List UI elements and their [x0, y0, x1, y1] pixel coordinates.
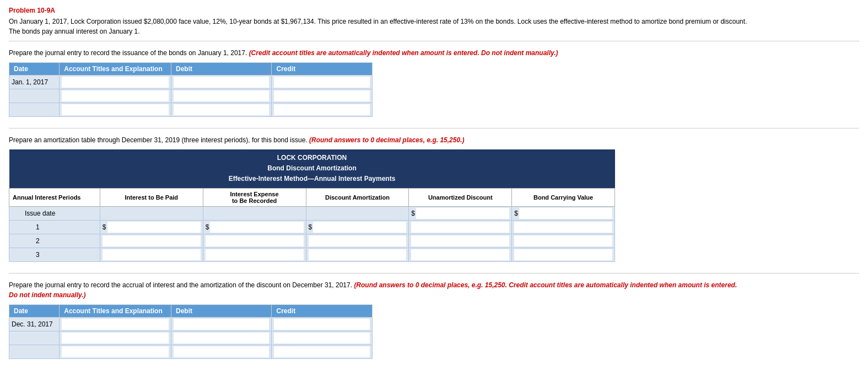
journal1-debit2-input[interactable] — [174, 90, 269, 101]
amort-row-2: 2 — [9, 234, 615, 248]
journal1-date: Jan. 1, 2017 — [9, 76, 60, 89]
col-header-debit-1: Debit — [171, 63, 272, 76]
journal1-credit1 — [272, 76, 373, 89]
amort-row-issue: Issue date $ $ — [9, 206, 615, 220]
journal1-debit2 — [171, 89, 272, 103]
journal1-row1: Jan. 1, 2017 — [9, 76, 373, 89]
journal2-debit3-input[interactable] — [174, 346, 269, 357]
journal1-date3 — [9, 103, 60, 117]
journal2-date: Dec. 31, 2017 — [9, 317, 60, 331]
section2-instruction: Prepare an amortization table through De… — [9, 135, 859, 145]
amort-exp-issue — [203, 206, 306, 220]
col-header-account-2: Account Titles and Explanation — [60, 304, 171, 317]
amort-carry-2-input[interactable] — [514, 235, 612, 246]
amort-period-issue: Issue date — [9, 206, 100, 220]
journal2-debit2-input[interactable] — [174, 333, 269, 344]
amort-row-1: 1 $ $ $ — [9, 220, 615, 234]
amort-carry-2 — [512, 234, 615, 248]
amort-amort-3-input[interactable] — [309, 249, 407, 260]
journal2-row1: Dec. 31, 2017 — [9, 317, 373, 331]
amort-paid-1: $ — [100, 220, 203, 234]
journal1-credit2-input[interactable] — [274, 90, 370, 101]
amort-unamort-issue: $ — [409, 206, 512, 220]
amort-exp-2 — [203, 234, 306, 248]
section3-instruction: Prepare the journal entry to record the … — [9, 280, 859, 300]
journal2-debit3 — [171, 345, 272, 358]
col-header-date-1: Date — [9, 63, 60, 76]
dollar-sign-amort-1: $ — [309, 223, 312, 231]
journal1-account1-input[interactable] — [62, 77, 169, 88]
journal1-debit1 — [171, 76, 272, 89]
journal2-account2-input[interactable] — [62, 333, 169, 344]
journal2-debit1-input[interactable] — [174, 319, 269, 330]
journal2-credit1-input[interactable] — [274, 319, 370, 330]
amort-amort-2 — [306, 234, 409, 248]
amort-amort-2-input[interactable] — [309, 235, 407, 246]
section1-italic: (Credit account titles are automatically… — [249, 49, 558, 57]
amort-unamort-3-input[interactable] — [411, 249, 509, 260]
col-header-credit-1: Credit — [272, 63, 373, 76]
dollar-sign-carry-issue: $ — [514, 210, 518, 217]
amort-period-1: 1 — [9, 220, 100, 234]
amort-amort-1-input[interactable] — [313, 222, 406, 233]
amort-exp-3-input[interactable] — [206, 249, 304, 260]
section3-italic2: Do not indent manually.) — [9, 291, 86, 299]
journal1-account3-input[interactable] — [62, 104, 169, 115]
amort-unamort-1 — [409, 220, 512, 234]
problem-title: Problem 10-9A — [9, 7, 859, 14]
journal2-credit2-input[interactable] — [274, 333, 370, 344]
amort-carry-3-input[interactable] — [514, 249, 612, 260]
col-header-credit-2: Credit — [272, 304, 373, 317]
journal2-account1-input[interactable] — [62, 319, 169, 330]
col-header-account-1: Account Titles and Explanation — [60, 63, 171, 76]
amort-paid-2-input[interactable] — [103, 235, 201, 246]
amort-exp-1-input[interactable] — [210, 222, 303, 233]
dollar-sign-paid-1: $ — [103, 223, 106, 231]
journal1-account2-input[interactable] — [62, 90, 169, 101]
amort-row-3: 3 — [9, 248, 615, 261]
amort-table-header: LOCK CORPORATION Bond Discount Amortizat… — [9, 149, 615, 188]
journal2-date2 — [9, 331, 60, 345]
journal2-credit3-input[interactable] — [274, 346, 370, 357]
journal1-account2 — [60, 89, 171, 103]
col-interest-exp: Interest Expenseto Be Recorded — [203, 188, 306, 206]
col-unamort: Unamortized Discount — [409, 188, 512, 206]
journal2-credit1 — [272, 317, 373, 331]
journal1-credit3-input[interactable] — [274, 104, 370, 115]
journal2-debit1 — [171, 317, 272, 331]
amort-paid-issue — [100, 206, 203, 220]
amort-carry-1-input[interactable] — [514, 222, 612, 233]
amort-unamort-2-input[interactable] — [411, 235, 509, 246]
journal-table-1: Date Account Titles and Explanation Debi… — [9, 62, 373, 117]
journal1-credit3 — [272, 103, 373, 117]
amort-unamort-issue-input[interactable] — [416, 208, 509, 219]
col-discount-amort: Discount Amortization — [306, 188, 409, 206]
amort-paid-2 — [100, 234, 203, 248]
amort-unamort-2 — [409, 234, 512, 248]
amort-table: LOCK CORPORATION Bond Discount Amortizat… — [9, 149, 615, 262]
journal1-credit1-input[interactable] — [274, 77, 370, 88]
amort-paid-1-input[interactable] — [107, 222, 201, 233]
journal2-account3-input[interactable] — [62, 346, 169, 357]
journal1-account3 — [60, 103, 171, 117]
dollar-sign-exp-1: $ — [206, 223, 209, 231]
col-header-debit-2: Debit — [171, 304, 272, 317]
amort-exp-2-input[interactable] — [206, 235, 304, 246]
amort-unamort-3 — [409, 248, 512, 261]
section3-italic: (Round answers to 0 decimal places, e.g.… — [354, 281, 737, 289]
journal1-debit1-input[interactable] — [174, 77, 269, 88]
amort-carry-issue-input[interactable] — [519, 208, 612, 219]
journal2-account3 — [60, 345, 171, 358]
amort-company: LOCK CORPORATION — [13, 153, 612, 163]
journal1-debit3-input[interactable] — [174, 104, 269, 115]
dollar-sign-unamort-issue: $ — [411, 210, 415, 217]
col-interest-paid: Interest to Be Paid — [100, 188, 203, 206]
amort-unamort-1-input[interactable] — [411, 222, 509, 233]
journal2-credit2 — [272, 331, 373, 345]
journal1-row3 — [9, 103, 373, 117]
amortization-section: LOCK CORPORATION Bond Discount Amortizat… — [9, 149, 859, 262]
journal1-date2 — [9, 89, 60, 103]
journal2-account2 — [60, 331, 171, 345]
col-header-date-2: Date — [9, 304, 60, 317]
amort-paid-3-input[interactable] — [103, 249, 201, 260]
